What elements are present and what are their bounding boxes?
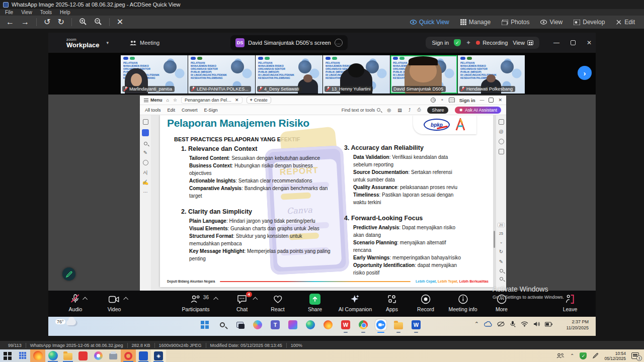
- bookmark-panel-icon[interactable]: [499, 119, 504, 125]
- participant-tile[interactable]: PELATIHAN MANAJEMEN RISIKO ORGANISASI SE…: [323, 55, 390, 94]
- weather-widget[interactable]: 76°: [55, 320, 77, 326]
- pen-tray-icon[interactable]: [592, 352, 599, 359]
- print-icon[interactable]: ⎙: [417, 107, 421, 113]
- audio-options-chevron[interactable]: [83, 297, 88, 302]
- minimize-button[interactable]: —: [553, 39, 559, 46]
- microphone-tray-icon[interactable]: [510, 321, 516, 327]
- mode-develop[interactable]: Develop: [574, 19, 605, 26]
- react-button[interactable]: React: [271, 294, 284, 312]
- save-icon[interactable]: ▤: [397, 108, 402, 113]
- tool-edit[interactable]: Edit: [168, 108, 176, 113]
- close-image-icon[interactable]: ✕: [117, 18, 123, 26]
- record-button[interactable]: Record: [417, 294, 434, 312]
- participant-tile[interactable]: PELATIHAN MANAJEMEN RISIKO ORGANISASI SE…: [256, 55, 323, 94]
- next-participants-button[interactable]: ›: [578, 66, 592, 80]
- text-tool-icon[interactable]: A|: [143, 170, 147, 175]
- participants-chevron[interactable]: [214, 297, 219, 302]
- tray-chevron-outer-icon[interactable]: ⌃: [570, 353, 574, 358]
- zoom-tool-icon[interactable]: [144, 142, 147, 145]
- photos-app-icon[interactable]: [91, 349, 106, 362]
- menu-help[interactable]: Help: [60, 10, 70, 15]
- chevron-down-icon[interactable]: ▾: [107, 40, 109, 45]
- tool-esign[interactable]: E-Sign: [204, 108, 218, 113]
- star-icon[interactable]: ☆: [173, 98, 177, 103]
- history-icon[interactable]: ◷: [431, 98, 436, 103]
- wps-office-icon[interactable]: W: [340, 319, 351, 330]
- notification-center-icon[interactable]: 3: [631, 352, 639, 359]
- zoom-in-icon[interactable]: [79, 18, 87, 27]
- chrome-icon[interactable]: [358, 319, 369, 330]
- rotate-left-icon[interactable]: ↺: [44, 18, 50, 26]
- acrobat-close[interactable]: ✕: [498, 98, 502, 103]
- pencil-tool-icon[interactable]: ✎: [143, 150, 147, 155]
- document-canvas[interactable]: REPORT Canva Pelaporan Manajemen Risiko: [151, 115, 496, 291]
- mode-view[interactable]: View: [540, 19, 562, 26]
- meeting-info-button[interactable]: Meeting info: [448, 294, 477, 312]
- inner-clock[interactable]: 2:37 PM 11/20/2025: [567, 319, 589, 331]
- file-explorer-icon-outer[interactable]: [60, 349, 75, 362]
- word-icon-outer[interactable]: [136, 349, 151, 362]
- annotate-button[interactable]: [62, 267, 75, 281]
- edge-icon-outer[interactable]: [45, 349, 60, 362]
- upload-icon[interactable]: ⤴: [409, 108, 411, 113]
- comment-tool-icon[interactable]: [143, 160, 148, 165]
- collapse-icon[interactable]: ⌄: [500, 240, 503, 244]
- media-app-icon[interactable]: [287, 319, 298, 330]
- zoom-in-page-icon[interactable]: [500, 269, 503, 273]
- start-button[interactable]: [199, 319, 210, 330]
- volume-icon[interactable]: [533, 321, 540, 327]
- share-button[interactable]: Share: [427, 107, 448, 114]
- page-thumbnails-icon[interactable]: [143, 119, 148, 125]
- create-button[interactable]: +Create: [247, 97, 271, 104]
- participants-button[interactable]: 36 Participants: [182, 294, 210, 312]
- share-screen-button[interactable]: Share: [308, 294, 322, 312]
- acrobat-minimize[interactable]: —: [479, 98, 484, 103]
- tab-meeting[interactable]: Meeting: [130, 40, 159, 46]
- copilot-icon[interactable]: [252, 319, 263, 330]
- active-tool-icon[interactable]: [142, 129, 149, 136]
- zoom-app-icon[interactable]: [375, 319, 386, 330]
- ai-companion-button[interactable]: AI Companion: [339, 294, 372, 312]
- chat-chevron[interactable]: [253, 297, 258, 302]
- view-button[interactable]: View: [513, 40, 533, 46]
- wifi-icon[interactable]: [521, 321, 528, 327]
- document-scrollbar[interactable]: [493, 115, 496, 291]
- leave-button[interactable]: Leave: [563, 294, 578, 312]
- rotate-right-icon[interactable]: ↻: [57, 18, 64, 26]
- printer-icon[interactable]: [106, 349, 121, 362]
- zoom-out-page-icon[interactable]: [500, 277, 503, 281]
- zoom-out-icon[interactable]: [94, 18, 102, 27]
- page-indicator[interactable]: 25: [498, 232, 504, 235]
- firefox-icon[interactable]: [323, 319, 334, 330]
- start-button-outer[interactable]: [0, 349, 15, 362]
- page-indicator[interactable]: 20: [498, 223, 505, 227]
- mention-icon[interactable]: @: [499, 129, 503, 134]
- app-grid-icon[interactable]: [15, 349, 30, 362]
- tool-convert[interactable]: Convert: [182, 108, 198, 113]
- apps-button[interactable]: Apps: [386, 294, 398, 312]
- firefox-icon-outer[interactable]: [30, 349, 45, 362]
- menu-file[interactable]: File: [5, 10, 13, 15]
- read-aloud-icon[interactable]: ◎: [387, 108, 391, 113]
- participant-tile-active-speaker[interactable]: PELATIHAN MANAJEMEN RISIKO ORGANISASI SE…: [390, 55, 457, 94]
- stamp-panel-icon[interactable]: [499, 139, 504, 144]
- mode-photos[interactable]: Photos: [502, 19, 529, 26]
- security-shield-icon[interactable]: ✓: [454, 39, 461, 46]
- ask-ai-assistant-button[interactable]: ✸Ask AI Assistant: [455, 107, 501, 114]
- document-tab[interactable]: Penanganan dan Pelapo... ✕: [181, 97, 243, 104]
- tray-chevron-icon[interactable]: ⌃: [474, 321, 479, 327]
- more-tools-icon[interactable]: ⋯: [143, 190, 148, 195]
- sign-in-link[interactable]: Sign in: [432, 40, 449, 46]
- signature-tool-icon[interactable]: ✍: [142, 179, 148, 185]
- mode-manage[interactable]: Manage: [460, 19, 491, 26]
- word-icon[interactable]: W: [411, 319, 422, 330]
- annotate-pencil-icon[interactable]: ✎: [499, 259, 503, 264]
- ai-sparkle-icon[interactable]: ✦: [466, 39, 471, 46]
- refresh-icon[interactable]: ↻: [499, 249, 503, 254]
- edge-icon[interactable]: [305, 319, 316, 330]
- menu-view[interactable]: View: [21, 10, 32, 15]
- close-tab-icon[interactable]: ✕: [235, 98, 239, 103]
- video-button[interactable]: Video: [108, 294, 121, 312]
- outer-clock[interactable]: 10:54 05/12/2025: [604, 351, 626, 361]
- mode-quick-view[interactable]: Quick View: [410, 19, 449, 26]
